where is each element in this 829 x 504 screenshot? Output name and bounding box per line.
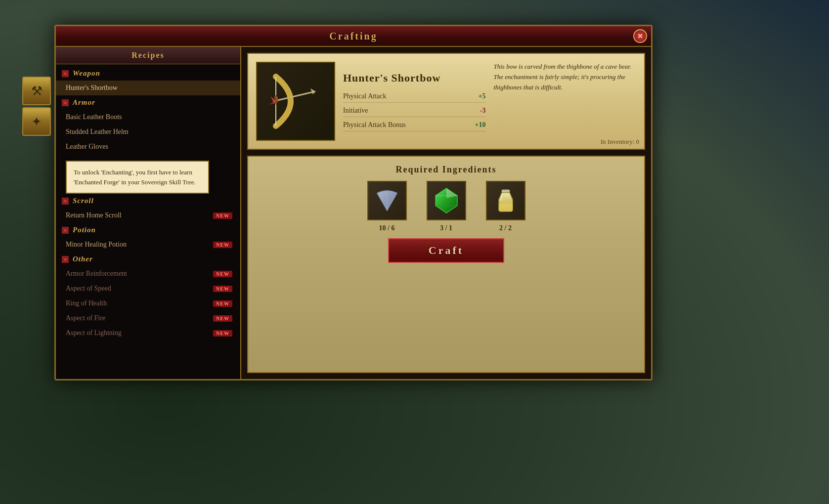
recipe-name: Armor Reinforcement xyxy=(66,270,127,278)
recipe-basic-leather-boots[interactable]: Basic Leather Boots xyxy=(56,110,240,125)
recipe-aspect-of-fire[interactable]: Aspect of Fire New xyxy=(56,311,240,326)
sidebar-enchanting-icon[interactable]: ✦ xyxy=(22,107,51,136)
new-badge: New xyxy=(213,242,232,248)
item-detail-wrapper: Hunter's Shortbow Physical Attack +5 Ini… xyxy=(247,53,645,150)
sidebar-crafting-icon[interactable]: ⚒ xyxy=(22,77,51,105)
category-potion: Potion xyxy=(56,223,240,237)
recipe-name: Ring of Health xyxy=(66,299,107,307)
new-badge: New xyxy=(213,286,232,292)
ingredients-title: Required Ingredients xyxy=(396,165,497,175)
recipes-title: Recipes xyxy=(131,51,164,59)
ingredient-icon xyxy=(486,181,525,220)
gem-icon xyxy=(432,186,461,215)
potion-category-label: Potion xyxy=(73,226,96,234)
sidebar-icons: ⚒ ✦ xyxy=(22,77,51,136)
enchanting-tooltip: To unlock 'Enchanting', you first have t… xyxy=(66,161,209,194)
category-armor: Armor xyxy=(56,95,240,110)
recipe-studded-leather-helm[interactable]: Studded Leather Helm xyxy=(56,125,240,139)
item-stats: Hunter's Shortbow Physical Attack +5 Ini… xyxy=(343,62,486,141)
content-area: ⚒ ✦ Recipes Weapon Hunter's Shortbow xyxy=(56,47,651,379)
ingredient-count: 2 / 2 xyxy=(499,224,512,232)
ingredient-gem: 3 / 1 xyxy=(427,181,466,232)
feather-icon xyxy=(372,186,402,215)
recipe-aspect-of-lightning[interactable]: Aspect of Lightning New xyxy=(56,326,240,340)
recipe-name: Aspect of Speed xyxy=(66,285,111,293)
armor-category-label: Armor xyxy=(73,98,95,107)
recipe-ring-of-health[interactable]: Ring of Health New xyxy=(56,296,240,311)
svg-line-1 xyxy=(273,91,315,101)
recipe-armor-reinforcement[interactable]: Armor Reinforcement New xyxy=(56,266,240,281)
svg-marker-2 xyxy=(310,88,315,94)
right-panel: Hunter's Shortbow Physical Attack +5 Ini… xyxy=(241,47,651,379)
category-other: Other xyxy=(56,252,240,266)
recipe-leather-gloves[interactable]: Leather Gloves xyxy=(56,139,240,154)
new-badge: New xyxy=(213,300,232,307)
item-detail: Hunter's Shortbow Physical Attack +5 Ini… xyxy=(247,53,645,150)
potion-category-icon xyxy=(62,227,69,234)
in-inventory: In Inventory: 0 xyxy=(601,138,639,146)
new-badge: New xyxy=(213,330,232,336)
recipes-list[interactable]: Weapon Hunter's Shortbow Armor Basic Lea… xyxy=(56,64,240,379)
ingredient-feather: 10 / 6 xyxy=(367,181,407,232)
stat-label: Physical Attack Bonus xyxy=(343,121,464,129)
stat-label: Physical Attack xyxy=(343,92,464,100)
item-name: Hunter's Shortbow xyxy=(343,72,486,84)
new-badge: New xyxy=(213,212,232,219)
recipes-header: Recipes xyxy=(56,47,240,64)
hammer-icon: ⚒ xyxy=(31,84,43,99)
recipe-name: Basic Leather Boots xyxy=(66,113,122,121)
tooltip-text: To unlock 'Enchanting', you first have t… xyxy=(74,168,196,186)
new-badge: New xyxy=(213,315,232,322)
ingredient-icon xyxy=(427,181,466,220)
ingredients-row: 10 / 6 xyxy=(367,181,525,232)
recipe-name: Hunter's Shortbow xyxy=(66,84,118,92)
recipe-name: Return Home Scroll xyxy=(66,211,122,219)
ingredient-potion: 2 / 2 xyxy=(486,181,525,232)
weapon-category-icon xyxy=(62,70,69,77)
stat-value: +5 xyxy=(466,92,486,100)
stat-row-physical-attack-bonus: Physical Attack Bonus +10 xyxy=(343,121,486,131)
craft-button[interactable]: Craft xyxy=(388,238,504,263)
potion-icon xyxy=(491,186,521,215)
stat-label: Initiative xyxy=(343,107,464,115)
ingredient-icon xyxy=(367,181,407,220)
recipe-name: Studded Leather Helm xyxy=(66,128,129,136)
stat-value: -3 xyxy=(466,107,486,115)
armor-category-icon xyxy=(62,99,69,106)
bow-illustration xyxy=(261,67,330,136)
category-scroll: Scroll xyxy=(56,194,240,208)
recipe-name: Minor Healing Potion xyxy=(66,241,127,249)
item-description: This bow is carved from the thighbone of… xyxy=(494,62,637,141)
star-icon: ✦ xyxy=(31,114,42,129)
left-panel: ⚒ ✦ Recipes Weapon Hunter's Shortbow xyxy=(56,47,241,379)
ingredient-count: 3 / 1 xyxy=(440,224,452,232)
other-category-label: Other xyxy=(73,255,93,263)
scroll-category-icon xyxy=(62,198,69,205)
ingredient-count: 10 / 6 xyxy=(379,224,395,232)
title-bar: Crafting ✕ xyxy=(56,26,651,47)
stat-value: +10 xyxy=(466,121,486,129)
item-image xyxy=(256,62,335,141)
category-weapon: Weapon xyxy=(56,66,240,81)
weapon-category-label: Weapon xyxy=(73,69,100,78)
window-title: Crafting xyxy=(329,31,377,42)
stat-row-initiative: Initiative -3 xyxy=(343,107,486,117)
recipe-name: Aspect of Lightning xyxy=(66,329,122,337)
crafting-window: Crafting ✕ ⚒ ✦ Recipes Weapon xyxy=(54,25,653,380)
recipe-name: Aspect of Fire xyxy=(66,314,105,322)
new-badge: New xyxy=(213,271,232,277)
recipe-minor-healing-potion[interactable]: Minor Healing Potion New xyxy=(56,237,240,252)
recipe-name: Leather Gloves xyxy=(66,143,108,151)
recipe-hunters-shortbow[interactable]: Hunter's Shortbow xyxy=(56,81,240,95)
scroll-category-label: Scroll xyxy=(73,197,94,205)
stat-row-physical-attack: Physical Attack +5 xyxy=(343,92,486,103)
other-category-icon xyxy=(62,256,69,263)
close-button[interactable]: ✕ xyxy=(633,29,647,43)
recipe-aspect-of-speed[interactable]: Aspect of Speed New xyxy=(56,281,240,296)
recipe-return-home-scroll[interactable]: Return Home Scroll New xyxy=(56,208,240,223)
svg-rect-8 xyxy=(502,190,510,193)
ingredients-section: Required Ingredients xyxy=(247,156,645,373)
